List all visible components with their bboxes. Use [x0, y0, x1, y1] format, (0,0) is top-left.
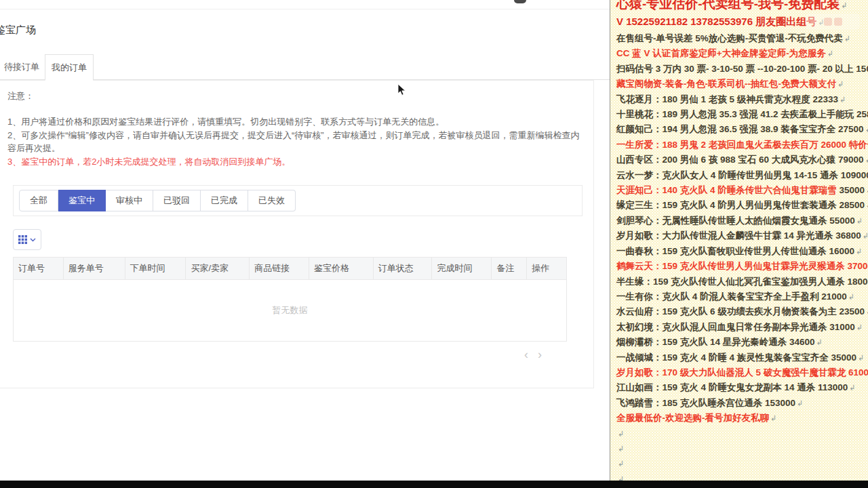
- col-item-link: 商品链接: [250, 258, 309, 279]
- paragraph-mark-icon: ↲: [856, 217, 863, 225]
- col-actions: 操作: [527, 258, 566, 279]
- screen: 鉴宝广场 待接订单 我的订单 注意： 1、用户将通过价格和原因对鉴宝结果进行评价…: [0, 0, 868, 488]
- table-empty-state: 暂无数据: [14, 280, 566, 341]
- doc-line: 岁月如歌：170 级大力队仙器混人 5 破女魔强牛魔甘霖龙 61000↲: [616, 365, 868, 380]
- mouse-cursor: [397, 83, 406, 96]
- doc-empty-line: ↲: [616, 472, 868, 481]
- filter-container: 全部 鉴宝中 审核中 已驳回 已完成 已失效: [13, 185, 583, 216]
- doc-empty-line: ↲: [616, 456, 868, 471]
- tabbar: 待接订单 我的订单: [0, 54, 610, 80]
- doc-line: 一生有你：克火队 4 阶混人装备宝宝齐全上手盈利 21000↲: [616, 289, 868, 304]
- doc-line: 一生所爱：188 男鬼 2 老孩回血鬼火孟极去疾百万 26000 特价号↲: [616, 138, 868, 152]
- paragraph-mark-icon: ↲: [618, 430, 624, 438]
- doc-line: 太初幻境：克火队混人回血鬼日常任务副本异光通杀 31000↲: [616, 320, 868, 335]
- paragraph-mark-icon: ↲: [844, 35, 850, 43]
- paragraph-mark-icon: ↲: [840, 96, 846, 104]
- paragraph-mark-icon: ↲: [856, 247, 862, 256]
- col-order-status: 订单状态: [374, 258, 433, 279]
- doc-line: 心猿-专业估价-代卖组号-我号-免费配装↲: [616, 0, 868, 13]
- doc-empty-line: ↲: [616, 426, 868, 441]
- paragraph-mark-icon: ↲: [856, 323, 863, 331]
- paragraph-mark-icon: ↲: [848, 293, 854, 301]
- notice-line-2: 2、可多次操作“编辑”修改内容，请自审并确认无误后再提交，提交后进入“待审核”，…: [7, 129, 583, 155]
- col-appraisal-price: 鉴宝价格: [309, 258, 374, 279]
- pagination: ‹ ›: [524, 348, 542, 361]
- filter-appraising-button[interactable]: 鉴宝中: [58, 190, 106, 211]
- doc-line: 在售组号-单号误差 5%放心选购-买贵管退-不玩免费代卖↲: [616, 31, 868, 46]
- doc-line: 藏宝阁物资-装备-角色-联系司机--抽红包-免费大额支付↲: [616, 77, 868, 92]
- doc-line: 天涯知己：140 克火队 4 阶睡杀传世六合仙鬼甘霖瑞雪 35000↲: [616, 183, 868, 198]
- doc-line: 水云仙府：159 克火队 6 级功绩去疾水月物资装备为主 23500↲: [616, 304, 868, 319]
- paragraph-mark-icon: ↲: [865, 125, 868, 134]
- avatar[interactable]: [514, 0, 526, 3]
- orders-table: 订单号 服务单号 下单时间 买家/卖家 商品链接 鉴宝价格 订单状态 完成时间 …: [13, 257, 567, 342]
- doc-line: 全服最低价-欢迎选购-看号加好友私聊↲: [616, 411, 868, 426]
- col-order-id: 订单号: [14, 258, 64, 279]
- doc-line: 岁月如歌：大力队传世混人金麟强牛甘霖 14 异光通杀 36800↲: [616, 228, 868, 243]
- paragraph-mark-icon: ↲: [827, 49, 833, 58]
- paragraph-mark-icon: ↲: [865, 156, 868, 164]
- grid-icon: [18, 235, 27, 244]
- doc-line: 飞鸿踏雪：185 克火队睡杀宫位通杀 153000↲: [616, 396, 868, 411]
- doc-line: 剑胆琴心：无属性睡队传世睡人太皓仙烟霞女鬼通杀 55000↲: [616, 214, 868, 228]
- paragraph-mark-icon: ↲: [797, 399, 803, 407]
- status-filter-group: 全部 鉴宝中 审核中 已驳回 已完成 已失效: [19, 190, 296, 211]
- doc-line: 山西专区：200 男仙 6 孩 988 宝石 60 大成风克水心猿 79000↲: [616, 152, 868, 167]
- col-finish-time: 完成时间: [432, 258, 492, 279]
- paragraph-mark-icon: ↲: [858, 354, 864, 362]
- doc-line: 云水一梦：克火队女人 4 阶睡传世男仙男鬼 14-15 通杀 109000↲: [616, 168, 868, 183]
- doc-line: 缘定三生：159 克火队 4 阶男人男仙男鬼传世套装通杀 28500↲: [616, 198, 868, 213]
- doc-empty-line: ↲: [616, 441, 868, 456]
- doc-line: 一战倾城：159 克火 4 阶睡 4 族灵性鬼装备宝宝齐全 35000↲: [616, 350, 868, 365]
- tab-pending-orders[interactable]: 待接订单: [4, 54, 39, 80]
- paragraph-mark-icon: ↲: [849, 384, 855, 392]
- page-title: 鉴宝广场: [0, 24, 36, 37]
- doc-line: 十里桃花：189 男人忽混 35.3 强混 41.2 去疾孟极上手能玩 2588…: [616, 107, 868, 122]
- paragraph-mark-icon: ↲: [841, 1, 847, 9]
- col-buyer-seller: 买家/卖家: [186, 258, 250, 279]
- table-header-row: 订单号 服务单号 下单时间 买家/卖家 商品链接 鉴宝价格 订单状态 完成时间 …: [14, 258, 566, 280]
- col-service-id: 服务单号: [64, 258, 125, 279]
- doc-line: 江山如画：159 克火 4 阶睡女鬼女龙副本 14 通杀 113000↲: [616, 380, 868, 395]
- filter-expired-button[interactable]: 已失效: [248, 190, 296, 211]
- tab-my-orders[interactable]: 我的订单: [45, 54, 94, 81]
- filter-completed-button[interactable]: 已完成: [201, 190, 248, 211]
- filter-all-button[interactable]: 全部: [19, 190, 58, 211]
- paragraph-mark-icon: ↲: [816, 338, 823, 346]
- paragraph-mark-icon: ↲: [618, 460, 624, 468]
- appraisal-app-panel: 鉴宝广场 待接订单 我的订单 注意： 1、用户将通过价格和原因对鉴宝结果进行评价…: [0, 0, 610, 481]
- doc-line: 烟柳灞桥：159 克火队 14 星异光秦岭通杀 34600↲: [616, 335, 868, 350]
- doc-line: 半生缘：159 克火队传世人仙北冥孔雀宝鉴加强男人通杀 18000↲: [616, 274, 868, 289]
- doc-line: CC 蓝 V 认证首席鉴定师+大神金牌鉴定师-为您服务↲: [616, 46, 868, 61]
- doc-line: 飞花逐月：180 男仙 1 老孩 5 级神兵雷克水程度 22333↲: [616, 92, 868, 107]
- doc-line: 扫码估号 3 万内 30 票- 3-10-50 票 --10-20-100 票-…: [616, 62, 868, 77]
- bottom-black-bar: [0, 481, 868, 488]
- notepad-doc[interactable]: 心猿-专业估价-代卖组号-我号-免费配装↲ V 15225921182 1378…: [610, 0, 868, 481]
- filter-rejected-button[interactable]: 已驳回: [153, 190, 201, 211]
- filter-reviewing-button[interactable]: 审核中: [106, 190, 153, 211]
- orders-card: 注意： 1、用户将通过价格和原因对鉴宝结果进行评价，请慎重填写。切勿出现错别字、…: [0, 80, 594, 388]
- notice-title: 注意：: [7, 89, 34, 102]
- column-settings-button[interactable]: [13, 229, 41, 250]
- paragraph-mark-icon: ↲: [837, 80, 844, 88]
- notice-line-1: 1、用户将通过价格和原因对鉴宝结果进行评价，请慎重填写。切勿出现错别字、联系方式…: [7, 115, 583, 128]
- page-prev-icon[interactable]: ‹: [524, 348, 528, 361]
- notice-line-3: 3、鉴宝中的订单，若2小时未完成提交处理，将自动取消回到接单广场。: [7, 155, 290, 168]
- paragraph-mark-icon: ↲: [770, 414, 776, 422]
- col-order-time: 下单时间: [125, 258, 186, 279]
- page-next-icon[interactable]: ›: [538, 348, 542, 361]
- chevron-down-icon: [30, 238, 36, 242]
- header-divider: [0, 9, 610, 9]
- doc-line: 红颜知己：194 男人忽混 36.5 强混 38.9 装备宝宝齐全 27500↲: [616, 122, 868, 137]
- doc-line: 一曲春秋：159 克火队畜牧职业传世男人传世仙通杀 16000↲: [616, 244, 868, 259]
- col-remark: 备注: [492, 258, 527, 279]
- paragraph-mark-icon: ↲: [863, 232, 868, 240]
- paragraph-mark-icon: ↲: [618, 445, 624, 453]
- watermark-overlay: [806, 14, 860, 30]
- paragraph-mark-icon: ↲: [618, 475, 624, 481]
- doc-line: 鹤舞云天：159 克火队传世男人男仙鬼甘霖异光灵猴通杀 37000↲: [616, 259, 868, 274]
